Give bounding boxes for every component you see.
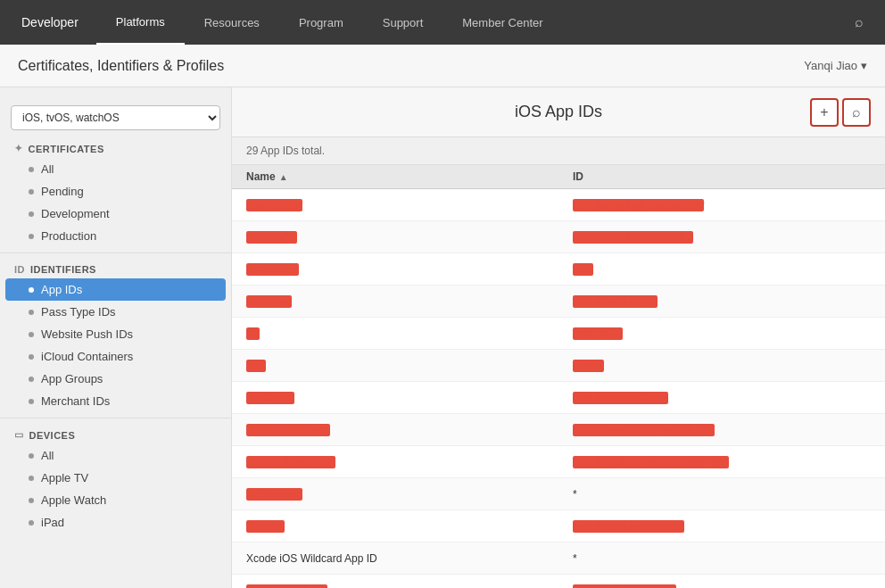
cell-name: DayDayBuy [232, 199, 558, 211]
sidebar-label: iPad [41, 516, 64, 529]
sidebar-item-pending[interactable]: Pending [0, 180, 231, 203]
nav-item-support[interactable]: Support [363, 0, 443, 45]
sidebar-item-app-groups[interactable]: App Groups [0, 368, 231, 390]
sidebar-label: Pending [41, 185, 84, 198]
sidebar-label: Development [41, 207, 110, 220]
sidebar-label: Website Push IDs [41, 327, 133, 341]
dot-icon [29, 287, 34, 293]
top-navigation: Developer Platforms Resources Program Su… [0, 0, 885, 45]
cell-id: xumengyang.TestPangdu.pub [558, 424, 885, 436]
user-name: Yanqi Jiao [804, 59, 857, 72]
content-area: iOS App IDs + ⌕ 29 App IDs total. Name ▲… [232, 87, 885, 588]
sidebar-label: All [41, 449, 54, 462]
sidebar-label: iCloud Containers [41, 350, 133, 363]
identifiers-section-header: ID Identifiers [0, 259, 231, 278]
dot-icon [29, 476, 34, 481]
table-row[interactable]: Testxooshi [232, 350, 885, 382]
sidebar-label: All [41, 162, 54, 176]
sidebar-item-apple-watch[interactable]: Apple Watch [0, 489, 231, 511]
table-row[interactable]: TestXumengYangxumengyang.TestPangdu.pub [232, 414, 885, 446]
sidebar-label: Pass Type IDs [41, 305, 116, 319]
sidebar-label: App IDs [41, 283, 82, 296]
sub-header: Certificates, Identifiers & Profiles Yan… [0, 45, 885, 87]
nav-item-program[interactable]: Program [279, 0, 363, 45]
cell-name: TestDump [232, 392, 558, 404]
sidebar-item-apple-tv[interactable]: Apple TV [0, 467, 231, 489]
section-divider [0, 253, 231, 253]
apple-developer-logo[interactable]: Developer [14, 15, 79, 29]
search-button[interactable]: ⌕ [842, 98, 871, 127]
column-id-label: ID [573, 170, 583, 183]
sidebar-item-all-certificates[interactable]: All [0, 158, 231, 180]
cell-id: com.jiangrongji.DayDayBuy [558, 199, 885, 211]
table-row[interactable]: GuaGuaLeYLE [232, 253, 885, 286]
dot-icon [29, 399, 34, 404]
dot-icon [29, 310, 34, 315]
sidebar-item-icloud-containers[interactable]: iCloud Containers [0, 345, 231, 368]
dot-icon [29, 211, 34, 217]
cell-name: YQChangeHome [232, 584, 558, 589]
cell-name: TS [232, 327, 558, 340]
sidebar-label: App Groups [41, 372, 103, 385]
cell-name: TestXumengYang [232, 424, 558, 436]
sidebar-item-website-push-ids[interactable]: Website Push IDs [0, 323, 231, 345]
sidebar-item-merchant-ids[interactable]: Merchant IDs [0, 390, 231, 412]
sidebar-item-development[interactable]: Development [0, 203, 231, 225]
user-menu[interactable]: Yanqi Jiao ▾ [804, 59, 867, 72]
sidebar: iOS, tvOS, watchOS macOS tvOS watchOS ✦ … [0, 87, 232, 588]
dot-icon [29, 520, 34, 526]
nav-item-platforms[interactable]: Platforms [96, 0, 185, 45]
table-row[interactable]: TestYouMengPushcom.ZRJ.SignTestYouMengPu… [232, 446, 885, 478]
cell-name: Xcode iOS Wildcard App ID [232, 552, 558, 565]
sidebar-item-ipad[interactable]: iPad [0, 511, 231, 534]
cell-id: co.xianruirunner.DayDa... [558, 231, 885, 244]
table-row[interactable]: TScom.ny.TS [232, 318, 885, 350]
count-text: 29 App IDs total. [246, 145, 325, 157]
device-icon: ▭ [14, 429, 24, 441]
dot-icon [29, 234, 34, 239]
table-body: DayDayBuycom.jiangrongji.DayDayBuyDayDay… [232, 189, 885, 588]
cell-id: com.ny.TS [558, 327, 885, 340]
sidebar-label: Apple TV [41, 471, 88, 484]
column-name-label: Name [246, 170, 276, 183]
platform-select[interactable]: iOS, tvOS, watchOS macOS tvOS watchOS [11, 105, 220, 130]
sidebar-item-app-ids[interactable]: App IDs [5, 278, 226, 301]
table-row[interactable]: DayDaySoco.xianruirunner.DayDa... [232, 221, 885, 253]
chevron-down-icon: ▾ [861, 59, 867, 72]
table-row[interactable]: YQChangeHomecom.yq.ChangeHome [232, 575, 885, 588]
dot-icon [29, 377, 34, 382]
devices-section-label: Devices [29, 430, 76, 441]
table-row[interactable]: ehmiFreecom.wheim.itFree [232, 286, 885, 318]
sidebar-item-pass-type-ids[interactable]: Pass Type IDs [0, 301, 231, 323]
table-row[interactable]: XCWildcard* [232, 478, 885, 510]
table-row[interactable]: TestDumpcom.PangclasDump [232, 382, 885, 414]
developer-label: Developer [21, 15, 79, 29]
dot-icon [29, 498, 34, 503]
cell-id: com.PangclasDump [558, 392, 885, 404]
cell-name: TestYouMengPush [232, 456, 558, 468]
page-title: Certificates, Identifiers & Profiles [18, 58, 224, 74]
column-id[interactable]: ID [558, 170, 885, 183]
cell-name: GuaGuaLe [232, 263, 558, 276]
platform-dropdown[interactable]: iOS, tvOS, watchOS macOS tvOS watchOS [11, 105, 220, 130]
nav-item-resources[interactable]: Resources [185, 0, 279, 45]
cell-name: XCWildcard [232, 488, 558, 501]
content-actions: + ⌕ [810, 98, 871, 127]
cell-name: ehmiFree [232, 295, 558, 308]
nav-search-icon[interactable]: ⌕ [848, 7, 871, 37]
sidebar-item-all-devices[interactable]: All [0, 444, 231, 467]
table-row[interactable]: Xcode iOS Wildcard App ID* [232, 542, 885, 575]
cell-id: YLE [558, 263, 885, 276]
cell-name: XYPush [232, 520, 558, 533]
sort-arrow-icon: ▲ [279, 172, 288, 182]
column-name[interactable]: Name ▲ [232, 170, 558, 183]
nav-items: Platforms Resources Program Support Memb… [96, 0, 848, 45]
table-row[interactable]: XYPushcom.xingjin.pushXingjin [232, 510, 885, 542]
cell-id: * [558, 552, 885, 565]
dot-icon [29, 167, 34, 172]
content-title: iOS App IDs [515, 103, 602, 121]
add-button[interactable]: + [810, 98, 839, 127]
table-row[interactable]: DayDayBuycom.jiangrongji.DayDayBuy [232, 189, 885, 221]
sidebar-item-production[interactable]: Production [0, 225, 231, 247]
nav-item-member-center[interactable]: Member Center [442, 0, 562, 45]
